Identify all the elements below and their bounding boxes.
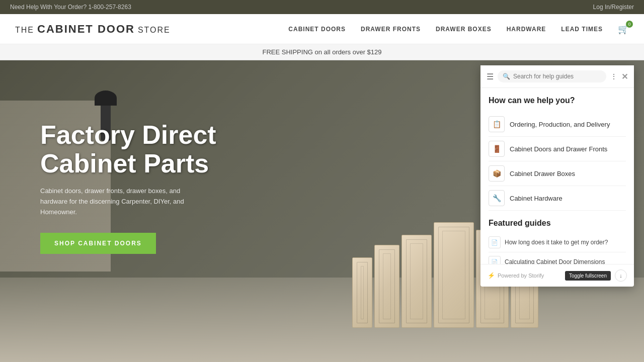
help-panel-footer: ⚡ Powered by Storify Toggle fullscreen ↓: [480, 264, 634, 287]
door-panel-2: [374, 245, 399, 328]
help-panel-body: How can we help you? 📋 Ordering, Product…: [480, 88, 634, 264]
hero-title: Factory Direct Cabinet Parts: [40, 121, 216, 178]
storify-icon: ⚡: [488, 272, 495, 279]
logo-suffix: Store: [138, 26, 171, 34]
shipping-bar: FREE SHIPPING on all orders over $129: [0, 44, 644, 60]
guide-dimensions[interactable]: 📄 Calculating Cabinet Door Dimensions: [489, 252, 626, 264]
search-input[interactable]: [513, 73, 601, 80]
nav-hardware[interactable]: HARDWARE: [507, 26, 546, 33]
help-phone-text: Need Help With Your Order? 1-800-257-826…: [10, 4, 131, 11]
guide-label-2: Calculating Cabinet Door Dimensions: [505, 258, 605, 264]
ordering-label: Ordering, Production, and Delivery: [510, 121, 610, 128]
cart-button[interactable]: 🛒 0: [618, 24, 629, 35]
help-panel-header: ☰ 🔍 ⋮ ✕: [480, 65, 634, 88]
panel-close-button[interactable]: ✕: [621, 72, 628, 81]
help-category-cabinet-doors[interactable]: 🚪 Cabinet Doors and Drawer Fronts: [489, 137, 626, 161]
nav-drawer-fronts[interactable]: DRAWER FRONTS: [361, 26, 421, 33]
site-logo[interactable]: The CABINET DOOR Store: [15, 23, 171, 36]
kitchen-counter-decor: [0, 278, 644, 362]
panel-menu-icon[interactable]: ☰: [487, 72, 494, 81]
powered-by-label: Powered by Storify: [498, 273, 544, 279]
shop-cabinet-doors-button[interactable]: SHOP CABINET DOORS: [40, 233, 156, 254]
cabinet-doors-icon: 🚪: [489, 141, 505, 157]
hero-title-line2: Cabinet Parts: [40, 149, 209, 178]
guide-label-1: How long does it take to get my order?: [505, 239, 608, 246]
logo-brand: CABINET DOOR: [37, 23, 135, 35]
collapse-panel-button[interactable]: ↓: [615, 269, 627, 282]
top-bar: Need Help With Your Order? 1-800-257-826…: [0, 0, 644, 14]
hardware-label: Cabinet Hardware: [510, 195, 562, 202]
guide-order-time[interactable]: 📄 How long does it take to get my order?: [489, 233, 626, 252]
site-header: The CABINET DOOR Store CABINET DOORS DRA…: [0, 14, 644, 44]
panel-options-icon[interactable]: ⋮: [610, 72, 617, 80]
hero-content: Factory Direct Cabinet Parts Cabinet doo…: [40, 121, 216, 254]
help-panel: ☰ 🔍 ⋮ ✕ How can we help you? 📋 Ordering,…: [480, 65, 634, 287]
cabinet-doors-label: Cabinet Doors and Drawer Fronts: [510, 145, 607, 153]
nav-cabinet-doors[interactable]: CABINET DOORS: [288, 26, 346, 33]
door-panel-3: [401, 235, 432, 328]
featured-guides-title: Featured guides: [489, 219, 626, 228]
door-panel-4: [434, 222, 474, 328]
shipping-text: FREE SHIPPING on all orders over $129: [263, 48, 382, 56]
hero-section: Factory Direct Cabinet Parts Cabinet doo…: [0, 60, 644, 362]
hero-subtitle: Cabinet doors, drawer fronts, drawer box…: [40, 186, 201, 217]
cabinet-doors-image: [352, 217, 493, 328]
drawer-boxes-icon: 📦: [489, 165, 505, 182]
help-category-hardware[interactable]: 🔧 Cabinet Hardware: [489, 186, 626, 211]
login-link[interactable]: Log In/Register: [593, 4, 634, 11]
nav-drawer-boxes[interactable]: DRAWER BOXES: [436, 26, 492, 33]
drawer-boxes-label: Cabinet Drawer Boxes: [510, 170, 575, 177]
hero-title-line1: Factory Direct: [40, 120, 216, 149]
guide-icon-2: 📄: [489, 256, 501, 264]
guide-icon-1: 📄: [489, 236, 501, 248]
help-category-drawer-boxes[interactable]: 📦 Cabinet Drawer Boxes: [489, 161, 626, 186]
door-panel-1: [352, 257, 372, 328]
lamp-head-decor: [95, 90, 117, 106]
main-nav: CABINET DOORS DRAWER FRONTS DRAWER BOXES…: [288, 24, 629, 35]
panel-footer-actions: Toggle fullscreen ↓: [565, 269, 627, 282]
featured-guides-section: Featured guides 📄 How long does it take …: [489, 219, 626, 264]
panel-search-box: 🔍: [498, 70, 606, 82]
hardware-icon: 🔧: [489, 190, 505, 206]
help-main-title: How can we help you?: [489, 96, 626, 105]
help-category-ordering[interactable]: 📋 Ordering, Production, and Delivery: [489, 112, 626, 137]
search-icon: 🔍: [503, 73, 510, 80]
panel-action-icons: ⋮ ✕: [610, 72, 628, 81]
toggle-fullscreen-button[interactable]: Toggle fullscreen: [565, 271, 611, 281]
logo-prefix: The: [15, 26, 34, 34]
cart-count: 0: [626, 21, 633, 28]
nav-lead-times[interactable]: LEAD TIMES: [561, 26, 603, 33]
ordering-icon: 📋: [489, 116, 505, 132]
powered-by-text: ⚡ Powered by Storify: [488, 272, 544, 279]
